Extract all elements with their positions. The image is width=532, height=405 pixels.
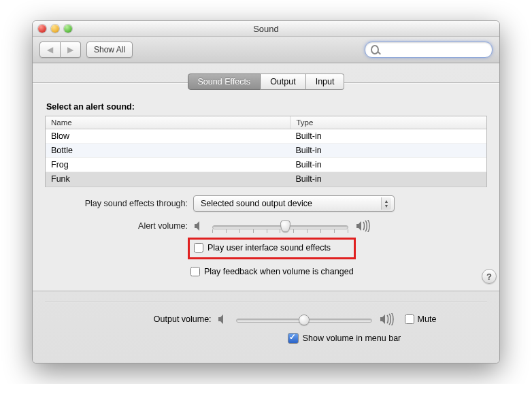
back-button[interactable]: ◀ — [39, 42, 61, 58]
speaker-high-icon — [379, 313, 395, 325]
titlebar: Sound — [33, 21, 499, 37]
search-icon — [371, 45, 379, 54]
alert-volume-label: Alert volume: — [45, 221, 193, 231]
cell-name: Blow — [46, 129, 290, 143]
cell-type: Built-in — [290, 172, 486, 186]
select-alert-label: Select an alert sound: — [46, 102, 487, 112]
sound-prefs-window: Sound ◀ ▶ Show All Sound Effects Output … — [32, 20, 500, 363]
mute-label: Mute — [418, 314, 437, 324]
cell-type: Built-in — [290, 144, 486, 157]
speaker-low-icon — [193, 220, 205, 232]
forward-button[interactable]: ▶ — [61, 42, 81, 58]
output-volume-slider[interactable] — [236, 313, 372, 325]
feedback-checkbox[interactable] — [190, 267, 200, 276]
table-row[interactable]: Bottle Built-in — [46, 144, 486, 158]
play-through-popup[interactable]: Selected sound output device ▲▼ — [193, 195, 395, 212]
show-volume-menubar-label: Show volume in menu bar — [303, 334, 401, 343]
mute-checkbox[interactable] — [405, 314, 414, 324]
cell-name: Funk — [46, 172, 290, 186]
table-row[interactable]: Blow Built-in — [46, 129, 486, 144]
table-row[interactable]: Frog Built-in — [46, 158, 486, 172]
tab-input[interactable]: Input — [306, 74, 345, 90]
tab-output[interactable]: Output — [261, 74, 306, 90]
ui-sound-effects-label: Play user interface sound effects — [207, 243, 331, 253]
alert-volume-slider[interactable] — [212, 220, 348, 232]
tab-sound-effects[interactable]: Sound Effects — [188, 74, 261, 90]
help-button[interactable]: ? — [482, 269, 497, 284]
tab-group: Sound Effects Output Input — [188, 74, 345, 90]
col-type[interactable]: Type — [290, 116, 486, 129]
search-input[interactable] — [382, 44, 486, 55]
play-through-label: Play sound effects through: — [45, 199, 193, 208]
speaker-low-icon — [217, 313, 229, 325]
table-row[interactable]: Funk Built-in — [46, 172, 486, 187]
output-volume-label: Output volume: — [96, 314, 217, 324]
show-all-button[interactable]: Show All — [86, 42, 133, 58]
divider — [45, 301, 487, 302]
cell-name: Frog — [46, 158, 290, 172]
popup-arrows-icon: ▲▼ — [381, 197, 391, 210]
nav-buttons: ◀ ▶ — [39, 42, 81, 58]
play-through-value: Selected sound output device — [201, 199, 312, 208]
cell-type: Built-in — [290, 129, 486, 143]
show-volume-menubar-checkbox[interactable] — [288, 333, 299, 344]
cell-name: Bottle — [46, 144, 290, 157]
cell-type: Built-in — [290, 158, 486, 172]
feedback-label: Play feedback when volume is changed — [204, 267, 354, 276]
ui-sound-effects-checkbox[interactable] — [194, 243, 203, 253]
highlight-box: Play user interface sound effects — [188, 238, 356, 259]
sound-effects-panel: Sound Effects Output Input Select an ale… — [32, 82, 500, 291]
window-title: Sound — [33, 24, 499, 34]
search-field[interactable] — [365, 42, 493, 58]
speaker-high-icon — [355, 220, 371, 232]
toolbar: ◀ ▶ Show All — [33, 37, 499, 63]
alert-sounds-table: Name Type Blow Built-in Bottle Built-in … — [45, 116, 487, 187]
col-name[interactable]: Name — [46, 116, 290, 129]
